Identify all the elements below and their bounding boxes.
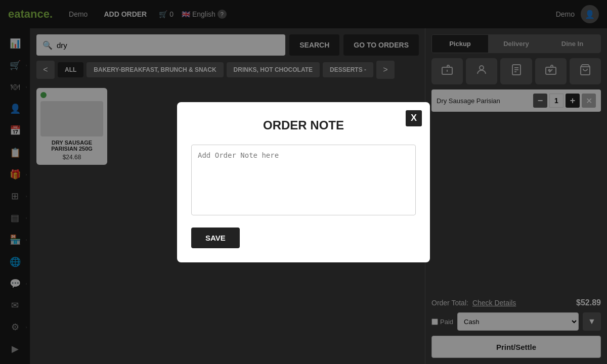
modal-close-button[interactable]: X xyxy=(406,110,422,126)
order-note-textarea[interactable] xyxy=(191,145,416,215)
modal-overlay[interactable]: ORDER NOTE X SAVE xyxy=(0,0,607,364)
modal-title: ORDER NOTE xyxy=(191,118,416,132)
order-note-modal: ORDER NOTE X SAVE xyxy=(177,102,430,262)
modal-save-button[interactable]: SAVE xyxy=(191,228,240,248)
